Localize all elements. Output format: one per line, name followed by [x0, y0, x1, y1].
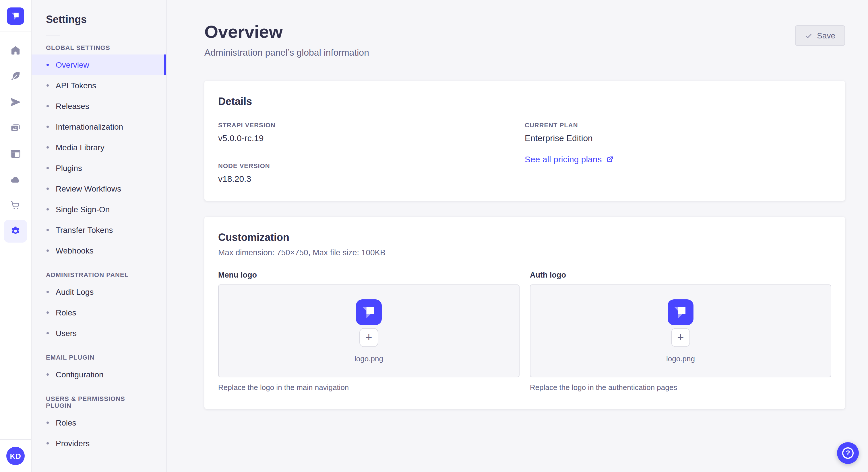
- bullet-icon: [46, 332, 49, 334]
- help-button[interactable]: ?: [837, 442, 859, 464]
- rail-nav: [0, 32, 31, 243]
- check-icon: [805, 32, 812, 39]
- sidebar-item-media-library[interactable]: Media Library: [32, 137, 166, 158]
- sidebar-item-up-roles[interactable]: Roles: [32, 412, 166, 433]
- sidebar-title: Settings: [46, 14, 152, 26]
- details-right-column: CURRENT PLAN Enterprise Edition See all …: [525, 122, 831, 183]
- home-icon[interactable]: [4, 39, 27, 62]
- add-menu-logo-button[interactable]: +: [360, 328, 378, 347]
- images-icon[interactable]: [4, 116, 27, 139]
- bullet-icon: [46, 105, 49, 107]
- sidebar-item-releases[interactable]: Releases: [32, 96, 166, 116]
- bullet-icon: [46, 126, 49, 128]
- bullet-icon: [46, 64, 49, 66]
- auth-logo-field: Auth logo + logo.png Replace the logo in…: [530, 270, 831, 392]
- sidebar-item-admin-roles[interactable]: Roles: [32, 302, 166, 323]
- sidebar-item-overview[interactable]: Overview: [32, 55, 166, 75]
- sidebar-item-label: Webhooks: [56, 246, 94, 255]
- sidebar-item-transfer-tokens[interactable]: Transfer Tokens: [32, 220, 166, 240]
- sidebar-item-audit-logs[interactable]: Audit Logs: [32, 281, 166, 302]
- section-label-email-plugin: EMAIL PLUGIN: [32, 354, 166, 361]
- layout-icon[interactable]: [4, 142, 27, 165]
- external-link-icon: [607, 156, 614, 163]
- bullet-icon: [46, 146, 49, 148]
- bullet-icon: [46, 291, 49, 293]
- details-left-column: STRAPI VERSION v5.0.0-rc.19 NODE VERSION…: [218, 122, 525, 183]
- add-auth-logo-button[interactable]: +: [671, 328, 690, 347]
- auth-logo-label: Auth logo: [530, 271, 566, 279]
- settings-sidebar: Settings GLOBAL SETTINGS Overview API To…: [32, 0, 166, 472]
- customization-card: Customization Max dimension: 750×750, Ma…: [205, 217, 845, 409]
- strapi-version-field: STRAPI VERSION v5.0.0-rc.19: [218, 122, 525, 143]
- sidebar-item-label: Internationalization: [56, 122, 123, 131]
- sidebar-item-label: Releases: [56, 102, 89, 111]
- sidebar-item-label: Media Library: [56, 143, 104, 152]
- section-label-global-settings: GLOBAL SETTINGS: [32, 44, 166, 51]
- auth-logo-preview-icon: [668, 299, 693, 325]
- section-label-users-permissions-plugin: USERS & PERMISSIONS PLUGIN: [32, 395, 166, 409]
- auth-logo-filename: logo.png: [666, 354, 695, 363]
- bullet-icon: [46, 188, 49, 190]
- sidebar-item-admin-users[interactable]: Users: [32, 323, 166, 343]
- sidebar-item-label: Review Workflows: [56, 184, 121, 193]
- sidebar-item-single-sign-on[interactable]: Single Sign-On: [32, 199, 166, 220]
- sidebar-item-label: Configuration: [56, 370, 104, 379]
- gear-icon[interactable]: [4, 220, 27, 243]
- cloud-icon[interactable]: [4, 168, 27, 191]
- bullet-icon: [46, 373, 49, 376]
- details-card: Details STRAPI VERSION v5.0.0-rc.19 NODE…: [205, 81, 845, 201]
- save-button-label: Save: [817, 31, 835, 40]
- plus-icon: +: [677, 332, 684, 343]
- node-version-label: NODE VERSION: [218, 162, 525, 169]
- sidebar-item-internationalization[interactable]: Internationalization: [32, 116, 166, 137]
- send-icon[interactable]: [4, 91, 27, 113]
- sidebar-item-label: Single Sign-On: [56, 205, 110, 214]
- bullet-icon: [46, 167, 49, 169]
- pricing-link-label: See all pricing plans: [525, 154, 602, 164]
- menu-logo-label: Menu logo: [218, 271, 257, 279]
- bullet-icon: [46, 249, 49, 252]
- bullet-icon: [46, 311, 49, 314]
- sidebar-item-webhooks[interactable]: Webhooks: [32, 240, 166, 261]
- sidebar-item-label: Roles: [56, 418, 76, 427]
- sidebar-item-up-providers[interactable]: Providers: [32, 433, 166, 453]
- sidebar-item-label: Overview: [56, 60, 89, 69]
- current-plan-value: Enterprise Edition: [525, 133, 831, 143]
- auth-logo-dropzone[interactable]: + logo.png: [530, 284, 831, 377]
- save-button[interactable]: Save: [795, 25, 845, 46]
- sidebar-item-email-configuration[interactable]: Configuration: [32, 364, 166, 385]
- menu-logo-field: Menu logo + logo.png Replace the logo in…: [218, 270, 520, 392]
- sidebar-item-api-tokens[interactable]: API Tokens: [32, 75, 166, 96]
- sidebar-item-label: Plugins: [56, 164, 82, 173]
- main-nav-rail: KD: [0, 0, 32, 472]
- bullet-icon: [46, 442, 49, 444]
- menu-logo-dropzone[interactable]: + logo.png: [218, 284, 520, 377]
- see-all-pricing-plans-link[interactable]: See all pricing plans: [525, 154, 614, 164]
- user-avatar[interactable]: KD: [6, 447, 25, 465]
- strapi-logo-icon[interactable]: [7, 7, 24, 24]
- question-mark-icon: ?: [842, 447, 854, 459]
- cart-icon[interactable]: [4, 194, 27, 217]
- plus-icon: +: [365, 332, 372, 343]
- page-title: Overview: [205, 22, 369, 42]
- menu-logo-hint: Replace the logo in the main navigation: [218, 383, 520, 392]
- strapi-version-value: v5.0.0-rc.19: [218, 133, 525, 143]
- customization-heading: Customization: [218, 232, 831, 244]
- feather-icon[interactable]: [4, 65, 27, 88]
- current-plan-field: CURRENT PLAN Enterprise Edition: [525, 122, 831, 143]
- workspace-logo-cell: [0, 0, 31, 32]
- menu-logo-preview-icon: [356, 299, 382, 325]
- bullet-icon: [46, 422, 49, 424]
- page-subtitle: Administration panel’s global informatio…: [205, 47, 369, 58]
- strapi-admin-app: KD Settings GLOBAL SETTINGS Overview API…: [0, 0, 868, 472]
- section-label-administration-panel: ADMINISTRATION PANEL: [32, 271, 166, 278]
- bullet-icon: [46, 208, 49, 210]
- settings-nav: GLOBAL SETTINGS Overview API Tokens Rele…: [32, 44, 166, 453]
- node-version-field: NODE VERSION v18.20.3: [218, 162, 525, 183]
- auth-logo-hint: Replace the logo in the authentication p…: [530, 383, 831, 392]
- rail-footer: KD: [0, 439, 31, 472]
- sidebar-item-review-workflows[interactable]: Review Workflows: [32, 178, 166, 199]
- sidebar-item-plugins[interactable]: Plugins: [32, 158, 166, 178]
- divider: [46, 36, 60, 36]
- bullet-icon: [46, 84, 49, 87]
